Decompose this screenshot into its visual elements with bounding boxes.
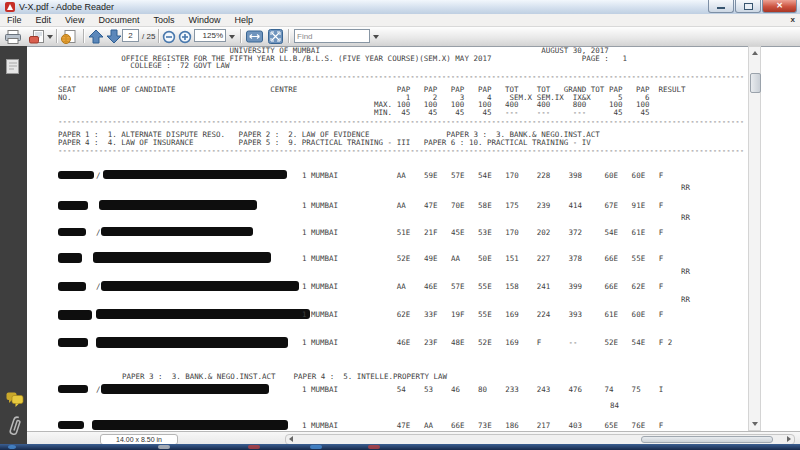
- email-icon: [29, 30, 45, 44]
- zoom-out-icon: [162, 30, 176, 44]
- close-button[interactable]: ✕: [762, 0, 797, 13]
- seat-name-separator: /: [96, 229, 101, 237]
- zoom-level-box[interactable]: 125%: [194, 29, 226, 42]
- chevron-down-icon: [47, 35, 53, 39]
- collaborate-button[interactable]: [60, 29, 76, 44]
- window-controls: ✕: [708, 0, 797, 13]
- find-input[interactable]: [294, 29, 370, 43]
- menu-view[interactable]: View: [58, 15, 91, 25]
- comments-button[interactable]: [6, 392, 24, 412]
- redacted-seat-number: [58, 253, 82, 263]
- menu-tools[interactable]: Tools: [146, 15, 181, 25]
- taskbar-app-icon[interactable]: [248, 445, 260, 449]
- attachments-button[interactable]: [7, 414, 25, 444]
- result-row-note: RR: [681, 268, 690, 276]
- toolbar-separator: [240, 29, 241, 43]
- arrow-down-icon: [106, 29, 122, 44]
- redacted-seat-number: [58, 421, 84, 429]
- result-row-extra-mark: 84: [610, 402, 619, 410]
- comments-icon: [6, 392, 24, 408]
- redacted-candidate-name: [101, 384, 269, 394]
- menu-edit[interactable]: Edit: [29, 15, 59, 25]
- result-row-note: RR: [681, 214, 690, 222]
- page-number-input[interactable]: [122, 29, 139, 42]
- doc-divider: ----------------------------------------…: [58, 118, 744, 126]
- start-orb-icon[interactable]: [8, 445, 16, 449]
- vertical-scrollbar-thumb[interactable]: [750, 73, 761, 93]
- restore-icon: [744, 3, 753, 10]
- menu-window[interactable]: Window: [181, 15, 227, 25]
- toolbar-separator: [56, 29, 57, 43]
- adobe-reader-app-icon: [5, 2, 15, 12]
- redacted-seat-number: [58, 201, 88, 210]
- redacted-candidate-name: [101, 227, 253, 236]
- toolbar-separator: [158, 29, 159, 43]
- redacted-candidate-name: [96, 337, 288, 348]
- minimize-icon: [717, 7, 725, 9]
- printer-icon: [4, 30, 22, 44]
- chevron-down-icon: [229, 35, 235, 39]
- previous-page-button[interactable]: [88, 29, 104, 44]
- windows-taskbar[interactable]: [0, 444, 800, 450]
- scroll-left-icon[interactable]: [289, 436, 293, 442]
- zoom-in-icon: [178, 30, 192, 44]
- fit-width-icon: [246, 30, 263, 43]
- taskbar-app-icon[interactable]: [310, 445, 322, 449]
- redacted-seat-number: [58, 385, 88, 393]
- vertical-scrollbar[interactable]: [748, 46, 761, 431]
- taskbar-app-icon[interactable]: [158, 445, 170, 449]
- email-button[interactable]: [29, 29, 45, 44]
- scroll-up-icon[interactable]: [752, 51, 758, 55]
- email-dropdown[interactable]: [47, 29, 53, 44]
- close-icon: ✕: [763, 0, 796, 11]
- zoom-dropdown[interactable]: [229, 29, 235, 44]
- seat-name-separator: /: [96, 283, 101, 291]
- horizontal-scrollbar-thumb[interactable]: [641, 436, 773, 443]
- pages-icon: [5, 58, 20, 75]
- result-row-values: 1 MUMBAI AA 59E 57E 54E 170 228 398 60E …: [302, 172, 663, 180]
- result-row-values: 1 MUMBAI 47E AA 66E 73E 186 217 403 65E …: [302, 422, 663, 430]
- result-row-values: 1 MUMBAI AA 47E 70E 58E 175 239 414 67E …: [302, 202, 663, 210]
- next-page-button[interactable]: [106, 29, 122, 44]
- print-button[interactable]: [4, 29, 22, 44]
- doc-divider: ----------------------------------------…: [58, 73, 744, 81]
- toolbar-separator: [288, 29, 289, 43]
- toolbar-separator: [83, 29, 84, 43]
- menu-document[interactable]: Document: [91, 15, 146, 25]
- document-close-icon[interactable]: x: [791, 15, 795, 24]
- doc-papers-legend: PAPER 1 : 1. ALTERNATE DISPUTE RESO. PAP…: [58, 131, 600, 146]
- redacted-candidate-name: [93, 252, 271, 263]
- redacted-seat-number: [58, 282, 86, 291]
- toolbar: / 25 125%: [0, 27, 800, 47]
- redacted-candidate-name: [99, 200, 257, 210]
- navigation-sidebar: [0, 46, 27, 444]
- scroll-right-icon[interactable]: [787, 436, 791, 442]
- result-row-values: 1 MUMBAI 46E 23F 48E 52E 169 F -- 52E 54…: [302, 339, 672, 347]
- menu-bar: File Edit View Document Tools Window Hel…: [0, 14, 800, 27]
- scroll-down-icon[interactable]: [752, 422, 758, 426]
- zoom-out-button[interactable]: [162, 29, 176, 44]
- redacted-candidate-name: [101, 281, 299, 291]
- redacted-seat-number: [58, 171, 94, 179]
- menu-file[interactable]: File: [0, 15, 29, 25]
- redacted-candidate-name: [96, 309, 310, 319]
- paperclip-icon: [7, 414, 25, 440]
- chevron-down-icon: [373, 35, 379, 39]
- minimize-button[interactable]: [708, 0, 734, 13]
- arrow-up-icon: [88, 29, 104, 44]
- find-dropdown[interactable]: [373, 29, 379, 44]
- page-total-label: / 25: [142, 32, 155, 41]
- fit-width-button[interactable]: [246, 29, 263, 44]
- fullscreen-icon: [268, 29, 283, 44]
- result-row-note: RR: [681, 296, 690, 304]
- restore-button[interactable]: [735, 0, 761, 13]
- title-bar: V-X.pdf - Adobe Reader ✕: [0, 0, 800, 15]
- page-thumbnails-button[interactable]: [5, 58, 20, 79]
- fullscreen-button[interactable]: [268, 29, 283, 44]
- menu-help[interactable]: Help: [227, 15, 260, 25]
- result-row-values: 1 MUMBAI 54 53 46 80 233 243 476 74 75 I: [302, 386, 663, 394]
- doc-mid-papers-legend: PAPER 3 : 3. BANK.& NEGO.INST.ACT PAPER …: [122, 373, 447, 381]
- result-row-values: 1 MUMBAI 51E 21F 45E 53E 170 202 372 54E…: [302, 229, 663, 237]
- taskbar-app-icon[interactable]: [368, 445, 380, 449]
- zoom-in-button[interactable]: [178, 29, 192, 44]
